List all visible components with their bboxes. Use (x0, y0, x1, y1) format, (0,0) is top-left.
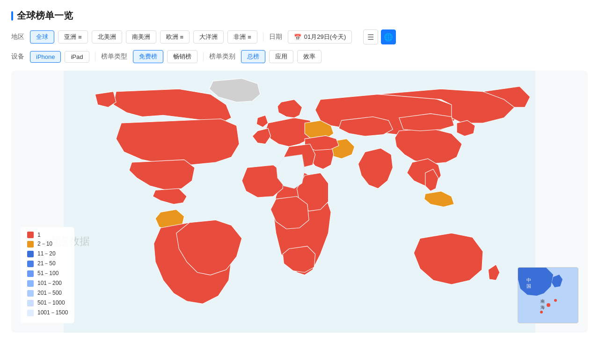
legend-color-8 (27, 300, 34, 306)
dropdown-icon-asia: ≡ (78, 34, 82, 41)
chart-type-btn-paid[interactable]: 畅销榜 (167, 50, 197, 63)
dropdown-icon-europe: ≡ (180, 34, 184, 41)
dropdown-icon-africa: ≡ (248, 34, 251, 41)
legend-item-9: 1001－1500 (27, 309, 68, 317)
region-filter-row: 地区 全球 亚洲 ≡ 北美洲 南美洲 欧洲 ≡ 大洋洲 非洲 ≡ 日期 📅 01… (11, 29, 588, 44)
legend-label-8: 501－1000 (37, 299, 65, 307)
filter-divider-3 (203, 52, 204, 61)
legend-label-5: 51－100 (37, 269, 58, 277)
legend-color-3 (27, 251, 34, 257)
legend-label-2: 2－10 (37, 240, 52, 248)
region-btn-south-america[interactable]: 南美洲 (126, 30, 156, 44)
svg-text:海: 海 (541, 305, 545, 310)
map-legend: 1 2－10 11－20 21－50 51－100 101－200 (21, 227, 74, 323)
svg-point-2 (547, 303, 550, 307)
legend-color-2 (27, 241, 34, 248)
region-btn-north-america[interactable]: 北美洲 (92, 30, 122, 44)
legend-label-9: 1001－1500 (37, 309, 68, 317)
page-container: 全球榜单一览 地区 全球 亚洲 ≡ 北美洲 南美洲 欧洲 ≡ 大洋洲 非洲 ≡ … (0, 0, 599, 342)
view-toggle-group: ☰ 🌐 (363, 29, 396, 44)
legend-item-4: 21－50 (27, 260, 68, 268)
date-label: 日期 (269, 33, 282, 41)
globe-view-btn[interactable]: 🌐 (381, 29, 396, 44)
legend-label-6: 101－200 (37, 279, 62, 287)
svg-point-3 (540, 311, 543, 313)
device-label: 设备 (11, 52, 24, 61)
legend-label-7: 201－500 (37, 289, 62, 297)
region-btn-oceania[interactable]: 大洋洲 (193, 30, 224, 44)
region-btn-africa[interactable]: 非洲 ≡ (227, 30, 257, 44)
chart-type-label: 榜单类型 (101, 52, 127, 61)
world-map-svg (11, 71, 588, 333)
legend-label-1: 1 (37, 232, 41, 238)
legend-label-3: 11－20 (37, 250, 56, 258)
legend-label-4: 21－50 (37, 260, 56, 268)
region-label: 地区 (11, 33, 24, 41)
globe-icon: 🌐 (384, 33, 393, 42)
svg-text:南: 南 (541, 299, 545, 304)
world-map-container: 点点数据 1 2－10 11－20 21－50 51－100 (11, 71, 588, 333)
legend-color-6 (27, 280, 34, 287)
category-btn-efficiency[interactable]: 效率 (297, 50, 321, 63)
legend-color-1 (27, 232, 34, 238)
svg-text:国: 国 (526, 284, 531, 289)
region-btn-global[interactable]: 全球 (30, 30, 54, 44)
legend-item-7: 201－500 (27, 289, 68, 297)
calendar-icon: 📅 (294, 34, 301, 41)
list-icon: ☰ (367, 33, 374, 42)
date-picker-btn[interactable]: 📅 01月29日(今天) (288, 30, 352, 44)
legend-color-5 (27, 270, 34, 277)
category-label: 榜单类别 (209, 52, 235, 61)
legend-item-1: 1 (27, 232, 68, 238)
legend-item-2: 2－10 (27, 240, 68, 248)
legend-item-5: 51－100 (27, 269, 68, 277)
page-title: 全球榜单一览 (11, 9, 588, 22)
legend-item-3: 11－20 (27, 250, 68, 258)
filter-divider (263, 32, 263, 42)
filter-divider-2 (95, 52, 95, 61)
region-btn-europe[interactable]: 欧洲 ≡ (160, 30, 190, 44)
svg-text:中: 中 (526, 277, 531, 283)
category-btn-apps[interactable]: 应用 (269, 50, 293, 63)
category-btn-total[interactable]: 总榜 (241, 50, 265, 63)
device-btn-ipad[interactable]: iPad (65, 51, 89, 63)
legend-color-7 (27, 290, 34, 297)
svg-point-4 (554, 299, 557, 302)
device-btn-iphone[interactable]: iPhone (30, 51, 61, 63)
inset-south-china-sea: 中 国 南 海 (518, 267, 578, 323)
title-text: 全球榜单一览 (17, 9, 73, 22)
legend-color-4 (27, 261, 34, 267)
region-btn-asia[interactable]: 亚洲 ≡ (58, 30, 88, 44)
legend-item-6: 101－200 (27, 279, 68, 287)
legend-color-9 (27, 310, 34, 316)
date-value: 01月29日(今天) (304, 33, 346, 41)
list-view-btn[interactable]: ☰ (363, 29, 378, 44)
device-filter-row: 设备 iPhone iPad 榜单类型 免费榜 畅销榜 榜单类别 总榜 应用 效… (11, 50, 588, 63)
chart-type-btn-free[interactable]: 免费榜 (133, 50, 163, 63)
legend-item-8: 501－1000 (27, 299, 68, 307)
